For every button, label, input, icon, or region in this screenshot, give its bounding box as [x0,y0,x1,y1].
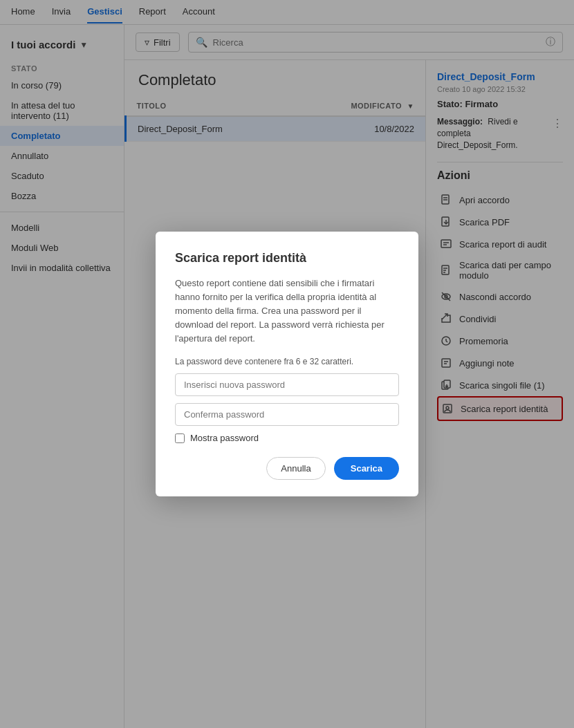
modal-scarica-report-identita: Scarica report identità Questo report co… [156,232,418,497]
modal-password-hint: La password deve contenere fra 6 e 32 ca… [175,357,399,366]
show-password-label: Mostra password [190,433,259,443]
cancel-button[interactable]: Annulla [266,457,325,480]
modal-body: Questo report contiene dati sensibili ch… [175,277,399,346]
modal-actions: Annulla Scarica [175,457,399,480]
modal-title: Scarica report identità [175,251,399,265]
new-password-input[interactable] [175,373,399,396]
confirm-password-input[interactable] [175,403,399,426]
modal-overlay: Scarica report identità Questo report co… [0,0,574,728]
show-password-checkbox[interactable] [175,433,185,443]
show-password-row: Mostra password [175,433,399,443]
download-button[interactable]: Scarica [334,457,399,480]
